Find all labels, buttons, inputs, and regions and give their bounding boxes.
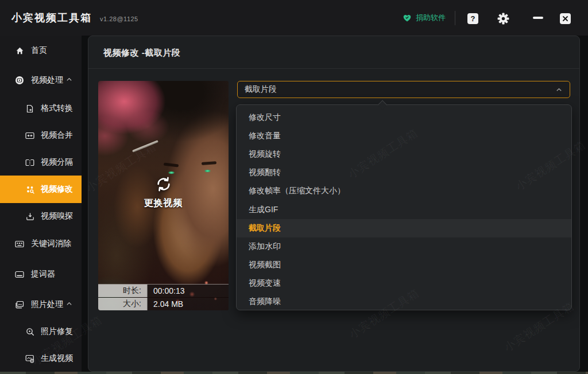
- merge-icon: [25, 131, 34, 140]
- dropdown-list: 修改尺寸 修改音量 视频旋转 视频翻转 修改帧率（压缩文件大小） 生成GIF 截…: [237, 105, 571, 310]
- settings-button[interactable]: [497, 12, 510, 25]
- sidebar: 首页 视频处理 格式转换: [0, 36, 82, 372]
- sidebar-item-label: 生成视频: [41, 353, 73, 364]
- duration-value: 00:00:13: [148, 285, 229, 297]
- sidebar-item-label: 照片修复: [41, 326, 73, 337]
- dropdown-item-watermark[interactable]: 添加水印: [237, 237, 571, 256]
- sidebar-item-label: 格式转换: [41, 103, 73, 114]
- sidebar-item-label: 视频修改: [41, 184, 73, 194]
- desktop-background-sliver: [0, 372, 588, 374]
- sidebar-item-video-split[interactable]: 视频分隔: [0, 149, 82, 176]
- panel-header: 视频修改 -截取片段: [88, 36, 579, 69]
- download-tray-icon: [25, 212, 34, 221]
- app-version: v1.28@1125: [100, 15, 138, 22]
- page-title: 视频修改 -截取片段: [103, 48, 180, 59]
- operation-select[interactable]: 截取片段: [237, 81, 570, 98]
- minimize-button[interactable]: [533, 17, 543, 19]
- sidebar-item-keyword-removal[interactable]: 关键词消除: [0, 230, 82, 258]
- sidebar-item-label: 关键词消除: [31, 239, 71, 249]
- question-icon: ?: [471, 14, 475, 23]
- video-processing-icon: [15, 76, 24, 85]
- help-button[interactable]: ?: [467, 13, 478, 24]
- dropdown-item-rotate[interactable]: 视频旋转: [237, 145, 571, 163]
- keyboard-icon: [15, 239, 24, 248]
- app-title: 小宾视频工具箱: [11, 11, 92, 25]
- chevron-up-icon: [66, 76, 72, 83]
- dropdown-item-framerate[interactable]: 修改帧率（压缩文件大小）: [237, 182, 571, 200]
- heart-icon: [403, 13, 412, 22]
- refresh-icon: [154, 175, 173, 193]
- size-label: 大小:: [98, 298, 148, 310]
- sidebar-item-generate-video[interactable]: 生成视频: [0, 345, 82, 372]
- chevron-up-icon: [66, 301, 72, 307]
- duration-label: 时长:: [98, 285, 148, 297]
- sidebar-item-label: 提词器: [31, 269, 55, 279]
- sidebar-item-label: 照片处理: [31, 299, 63, 310]
- sidebar-group-video-processing[interactable]: 视频处理: [0, 67, 82, 94]
- dropdown-item-flip[interactable]: 视频翻转: [237, 163, 571, 182]
- change-video-label: 更换视频: [144, 197, 183, 209]
- video-info-table: 时长: 00:00:13 大小: 2.04 MB: [98, 284, 229, 310]
- sidebar-item-format-convert[interactable]: 格式转换: [0, 95, 82, 122]
- sidebar-item-label: 首页: [31, 45, 47, 56]
- donate-label: 捐助软件: [416, 13, 446, 23]
- home-icon: [15, 46, 24, 55]
- operation-dropdown: 修改尺寸 修改音量 视频旋转 视频翻转 修改帧率（压缩文件大小） 生成GIF 截…: [236, 104, 572, 310]
- dropdown-item-resize[interactable]: 修改尺寸: [237, 108, 571, 127]
- chevron-up-icon: [555, 86, 563, 94]
- teleprompter-icon: [15, 270, 24, 279]
- sidebar-item-video-modify[interactable]: 视频修改: [0, 176, 82, 203]
- close-icon: [562, 15, 568, 22]
- sidebar-item-video-merge[interactable]: 视频合并: [0, 122, 82, 149]
- sidebar-group-photo-processing[interactable]: 照片处理: [0, 291, 82, 318]
- dropdown-item-volume[interactable]: 修改音量: [237, 127, 571, 145]
- app-window: 小宾视频工具箱 v1.28@1125 捐助软件 ?: [0, 0, 588, 374]
- dropdown-item-speed[interactable]: 视频变速: [237, 274, 571, 293]
- modify-search-icon: [25, 185, 34, 194]
- dropdown-item-gif[interactable]: 生成GIF: [237, 200, 571, 219]
- sidebar-item-teleprompter[interactable]: 提词器: [0, 260, 82, 288]
- operation-select-value: 截取片段: [238, 84, 277, 95]
- sidebar-item-home[interactable]: 首页: [0, 37, 82, 64]
- dropdown-item-trim[interactable]: 截取片段: [237, 219, 571, 237]
- dropdown-item-denoise[interactable]: 音频降噪: [237, 293, 571, 310]
- sidebar-item-label: 视频处理: [31, 75, 63, 85]
- video-preview[interactable]: 更换视频 时长: 00:00:13 大小: 2.04 MB: [98, 81, 229, 310]
- document-convert-icon: [25, 104, 34, 113]
- video-size-row: 大小: 2.04 MB: [98, 297, 229, 310]
- sidebar-item-label: 视频分隔: [41, 157, 73, 167]
- magnifier-repair-icon: [25, 327, 34, 336]
- generate-video-icon: [25, 354, 34, 363]
- donate-button[interactable]: 捐助软件: [403, 13, 446, 23]
- video-duration-row: 时长: 00:00:13: [98, 285, 229, 297]
- photos-icon: [15, 300, 24, 309]
- sidebar-item-video-sniff[interactable]: 视频嗅探: [0, 202, 82, 230]
- sidebar-item-label: 视频合并: [41, 130, 73, 141]
- size-value: 2.04 MB: [148, 298, 229, 310]
- split-icon: [25, 158, 34, 167]
- main-panel: 视频修改 -截取片段 更换视频: [88, 36, 580, 372]
- sidebar-item-label: 视频嗅探: [41, 211, 73, 221]
- sidebar-item-photo-repair[interactable]: 照片修复: [0, 318, 82, 345]
- title-bar: 小宾视频工具箱 v1.28@1125 捐助软件 ?: [0, 0, 588, 36]
- close-button[interactable]: [560, 13, 571, 24]
- titlebar-divider: [455, 11, 455, 25]
- gear-icon: [497, 12, 510, 25]
- change-video-overlay[interactable]: 更换视频: [98, 175, 229, 209]
- dropdown-item-screenshot[interactable]: 视频截图: [237, 256, 571, 274]
